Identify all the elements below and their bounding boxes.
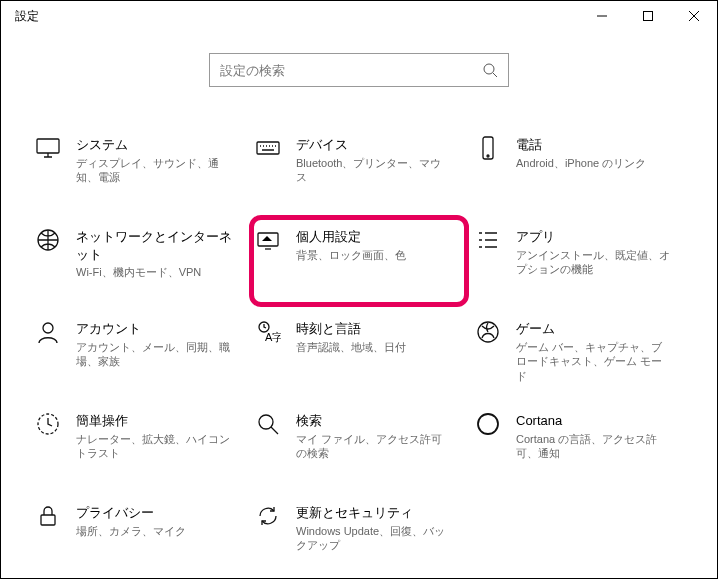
minimize-icon [597,11,607,21]
tile-phone[interactable]: 電話Android、iPhone のリンク [469,123,689,215]
tile-title: 検索 [296,412,452,430]
tile-title: デバイス [296,136,452,154]
tile-title: システム [76,136,232,154]
settings-grid: システムディスプレイ、サウンド、通知、電源 デバイスBluetooth、プリンタ… [1,87,717,581]
tile-subtitle: 背景、ロック画面、色 [296,248,452,263]
tile-subtitle: Wi-Fi、機内モード、VPN [76,265,232,280]
tile-apps[interactable]: アプリアンインストール、既定値、オプションの機能 [469,215,689,307]
tile-network[interactable]: ネットワークとインターネットWi-Fi、機内モード、VPN [29,215,249,307]
search-icon [482,62,498,78]
maximize-icon [643,11,653,21]
svg-point-1 [484,64,494,74]
apps-icon [475,227,501,253]
time-language-icon: A字 [255,319,281,345]
maximize-button[interactable] [625,1,671,31]
tile-subtitle: Windows Update、回復、バックアップ [296,524,452,554]
search-tile-icon [255,411,281,437]
tile-subtitle: ゲーム バー、キャプチャ、ブロードキャスト、ゲーム モード [516,340,672,385]
close-icon [689,11,699,21]
tile-title: Cortana [516,412,672,430]
tile-subtitle: アンインストール、既定値、オプションの機能 [516,248,672,278]
search-box[interactable] [209,53,509,87]
tile-accounts[interactable]: アカウントアカウント、メール、同期、職場、家族 [29,307,249,399]
search-input[interactable] [220,63,482,78]
tile-system[interactable]: システムディスプレイ、サウンド、通知、電源 [29,123,249,215]
tile-subtitle: Android、iPhone のリンク [516,156,672,171]
tile-subtitle: アカウント、メール、同期、職場、家族 [76,340,232,370]
window-title: 設定 [1,8,39,25]
minimize-button[interactable] [579,1,625,31]
tile-title: プライバシー [76,504,232,522]
tile-time-language[interactable]: A字 時刻と言語音声認識、地域、日付 [249,307,469,399]
svg-point-14 [478,414,498,434]
display-icon [35,135,61,161]
tile-search[interactable]: 検索マイ ファイル、アクセス許可の検索 [249,399,469,491]
tile-title: ゲーム [516,320,672,338]
svg-rect-2 [37,139,59,153]
tile-ease-of-access[interactable]: 簡単操作ナレーター、拡大鏡、ハイコントラスト [29,399,249,491]
tile-subtitle: 場所、カメラ、マイク [76,524,232,539]
svg-rect-15 [41,515,55,525]
person-icon [35,319,61,345]
svg-rect-4 [483,137,493,159]
tile-subtitle: Cortana の言語、アクセス許可、通知 [516,432,672,462]
phone-icon [475,135,501,161]
lock-icon [35,503,61,529]
svg-rect-3 [257,142,279,154]
tile-subtitle: Bluetooth、プリンター、マウス [296,156,452,186]
tile-personalization[interactable]: 個人用設定背景、ロック画面、色 [249,215,469,307]
tile-subtitle: マイ ファイル、アクセス許可の検索 [296,432,452,462]
xbox-icon [475,319,501,345]
cortana-icon [475,411,501,437]
tile-title: 個人用設定 [296,228,452,246]
close-button[interactable] [671,1,717,31]
svg-point-8 [43,323,53,333]
tile-title: 更新とセキュリティ [296,504,452,522]
titlebar: 設定 [1,1,717,31]
svg-text:A字: A字 [265,331,281,343]
svg-point-5 [487,155,489,157]
tile-devices[interactable]: デバイスBluetooth、プリンター、マウス [249,123,469,215]
personalization-icon [255,227,281,253]
keyboard-icon [255,135,281,161]
tile-gaming[interactable]: ゲームゲーム バー、キャプチャ、ブロードキャスト、ゲーム モード [469,307,689,399]
tile-subtitle: ディスプレイ、サウンド、通知、電源 [76,156,232,186]
tile-privacy[interactable]: プライバシー場所、カメラ、マイク [29,491,249,581]
tile-title: アプリ [516,228,672,246]
tile-subtitle: ナレーター、拡大鏡、ハイコントラスト [76,432,232,462]
ease-icon [35,411,61,437]
tile-title: 簡単操作 [76,412,232,430]
tile-title: ネットワークとインターネット [76,228,232,263]
tile-title: アカウント [76,320,232,338]
tile-title: 電話 [516,136,672,154]
svg-rect-0 [644,12,653,21]
tile-title: 時刻と言語 [296,320,452,338]
tile-update-security[interactable]: 更新とセキュリティWindows Update、回復、バックアップ [249,491,469,581]
update-icon [255,503,281,529]
tile-subtitle: 音声認識、地域、日付 [296,340,452,355]
globe-icon [35,227,61,253]
svg-point-13 [259,415,273,429]
tile-cortana[interactable]: CortanaCortana の言語、アクセス許可、通知 [469,399,689,491]
